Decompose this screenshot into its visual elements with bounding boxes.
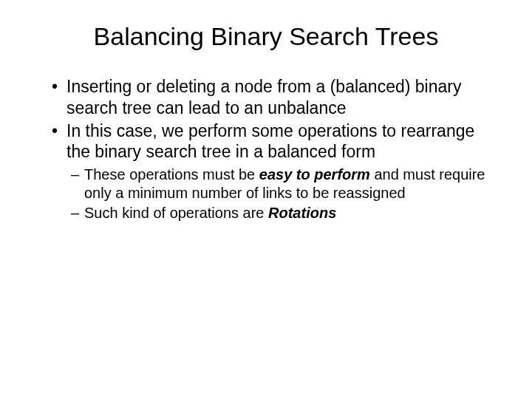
- sub-bullet-item: Such kind of operations are Rotations: [71, 204, 502, 222]
- slide-title: Balancing Binary Search Trees: [30, 22, 502, 51]
- bullet-item: In this case, we perform some operations…: [52, 120, 502, 163]
- emphasis-text: easy to perform: [259, 166, 370, 183]
- bullet-list-level2: These operations must be easy to perform…: [30, 166, 502, 222]
- emphasis-text: Rotations: [268, 205, 336, 221]
- bullet-list-level1: Inserting or deleting a node from a (bal…: [30, 76, 502, 163]
- sub-bullet-item: These operations must be easy to perform…: [71, 166, 502, 202]
- bullet-item: Inserting or deleting a node from a (bal…: [52, 76, 502, 119]
- sub-text: Such kind of operations are: [84, 205, 268, 221]
- sub-text: These operations must be: [84, 166, 259, 183]
